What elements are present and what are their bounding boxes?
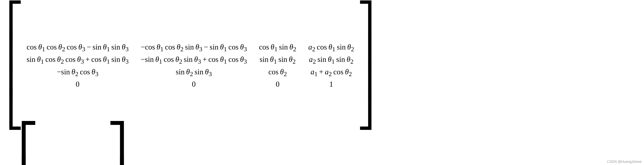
cell-r3c3: cos θ2 [258,67,298,78]
right-bracket-big: ⎤⎥⎥⎦ [357,6,374,125]
cell-r1c2: −cos θ1 cos θ2 sin θ3 − sin θ1 cos θ3 [139,42,248,54]
watermark: CSDN @HuangJinese [607,160,642,164]
cell-r4c3: 0 [258,79,298,89]
equation-row-2: = ⎡⎢⎢⎣ nx ox ax Px ny oy ay Py nz oz [6,128,638,165]
cell-r1c3: cos θ1 sin θ2 [258,42,298,54]
cell-r3c2: sin θ2 sin θ3 [139,67,248,78]
cell-r1c4: a2 cos θ1 sin θ2 [307,42,356,54]
big-matrix-block: ⎡⎢⎢⎣ cos θ1 cos θ2 cos θ3 − sin θ1 sin θ… [6,6,374,125]
cell-r4c2: 0 [139,79,248,89]
cell-r2c1: sin θ1 cos θ2 cos θ3 + cos θ1 sin θ3 [25,54,130,66]
cell-r3c1: −sin θ2 cos θ3 [25,67,130,78]
cell-r2c4: a2 sin θ1 sin θ2 [307,54,356,66]
cell-r2c2: −sin θ1 cos θ2 sin θ3 + cos θ1 cos θ3 [139,54,248,66]
left-bracket-small: ⎡⎢⎢⎣ [18,128,39,165]
right-bracket-small: ⎤⎥⎥⎦ [107,128,128,165]
matrix-equation: ⎡⎢⎢⎣ cos θ1 cos θ2 cos θ3 − sin θ1 sin θ… [6,6,638,165]
main-content: ⎡⎢⎢⎣ cos θ1 cos θ2 cos θ3 − sin θ1 sin θ… [6,3,638,165]
cell-r4c1: 0 [25,79,130,89]
cell-r2c3: sin θ1 sin θ2 [258,54,298,66]
left-bracket-big: ⎡⎢⎢⎣ [6,6,24,125]
cell-r3c4: a1 + a2 cos θ2 [307,67,356,78]
small-matrix-block: ⎡⎢⎢⎣ nx ox ax Px ny oy ay Py nz oz az [18,128,127,165]
cell-r4c4: 1 [307,79,356,89]
equation-row-1: ⎡⎢⎢⎣ cos θ1 cos θ2 cos θ3 − sin θ1 sin θ… [6,6,638,125]
cell-r1c1: cos θ1 cos θ2 cos θ3 − sin θ1 sin θ3 [25,42,130,54]
